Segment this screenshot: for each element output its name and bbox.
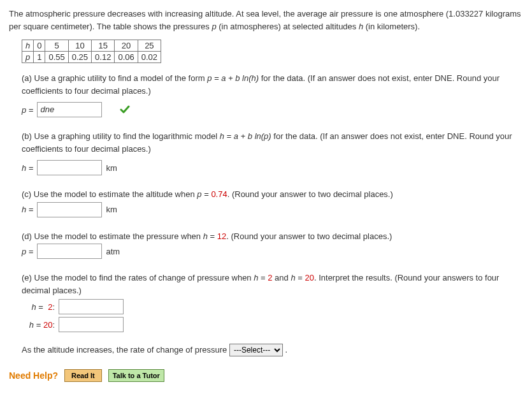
part-e-row1-label: h = 2: [22,301,55,314]
intro-text: The atmospheric pressure decreases with … [9,8,523,33]
part-a-input[interactable]: dne [37,102,102,117]
part-e: (e) Use the model to find the rates of c… [22,272,523,356]
talk-to-tutor-button[interactable]: Talk to a Tutor [108,369,164,382]
part-e-sentence-before: As the altitude increases, the rate of c… [22,345,229,355]
part-e-input-1[interactable] [59,299,124,314]
part-b-var-label: h = [22,162,33,175]
part-c-input[interactable] [37,202,102,217]
part-c-unit: km [106,203,117,216]
part-e-input-2[interactable] [59,317,124,332]
part-c: (c) Use the model to estimate the altitu… [22,188,523,217]
read-it-button[interactable]: Read It [64,369,102,382]
part-d: (d) Use the model to estimate the pressu… [22,230,523,260]
part-b-input[interactable] [37,160,102,175]
need-help-label: Need Help? [9,370,58,381]
part-b-unit: km [106,162,117,175]
part-b: (b) Use a graphing utility to find the l… [22,130,523,175]
need-help: Need Help? Read It Talk to a Tutor [9,369,523,382]
part-a: (a) Use a graphic utility to find a mode… [22,72,523,117]
part-e-row2-label: h = 20: [22,319,55,332]
part-d-var-label: p = [22,245,33,258]
part-a-var-label: p = [22,104,33,117]
table-row: h 0 5 10 15 20 25 [22,40,161,52]
part-d-input[interactable] [37,244,102,259]
part-c-var-label: h = [22,203,33,216]
data-table: h 0 5 10 15 20 25 p 1 0.55 0.25 0.12 0.0… [22,40,161,63]
checkmark-icon [120,105,130,115]
part-e-sentence-after: . [285,345,288,355]
table-row: p 1 0.55 0.25 0.12 0.06 0.02 [22,52,161,63]
part-e-select[interactable]: ---Select--- [229,344,283,356]
part-d-unit: atm [106,245,120,258]
